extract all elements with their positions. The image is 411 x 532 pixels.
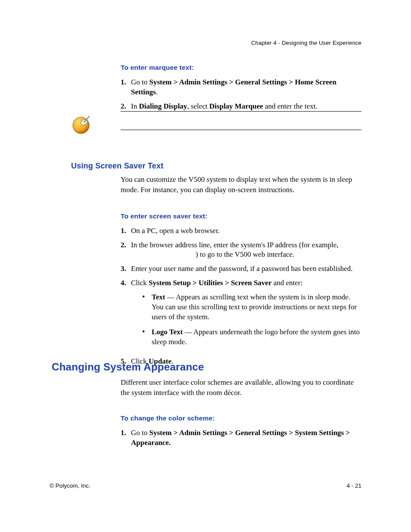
appearance-body: Different user interface color schemes a… — [121, 377, 361, 452]
marquee-steps: 1. Go to System > Admin Settings > Gener… — [121, 78, 361, 112]
step-text: Go to System > Admin Settings > General … — [131, 78, 361, 97]
step-number: 2. — [121, 102, 131, 112]
step-number: 2. — [121, 240, 131, 260]
step-number: 1. — [121, 78, 131, 97]
screensaver-body: You can customize the V500 system to dis… — [121, 174, 361, 371]
step-number: 1. — [121, 428, 131, 448]
note-rule-lines — [121, 111, 361, 130]
running-header: Chapter 4 - Designing the User Experienc… — [251, 40, 361, 46]
screensaver-bullets: • Text — Appears as scrolling text when … — [142, 292, 361, 347]
section-screensaver: Using Screen Saver Text — [71, 162, 361, 171]
step-text: In the browser address line, enter the s… — [131, 240, 361, 260]
bullet-text: Logo Text — Appears underneath the logo … — [152, 327, 361, 347]
step-text: Enter your user name and the password, i… — [131, 264, 361, 274]
list-item: 1. On a PC, open a web browser. — [121, 226, 361, 236]
paragraph: Different user interface color schemes a… — [121, 377, 361, 398]
step-text: In Dialing Display, select Display Marqu… — [131, 102, 361, 112]
list-item: 1. Go to System > Admin Settings > Gener… — [121, 428, 361, 448]
list-item: 4. Click System Setup > Utilities > Scre… — [121, 278, 361, 352]
list-item: 2. In the browser address line, enter th… — [121, 240, 361, 260]
page-footer: © Polycom, Inc. 4 - 21 — [50, 482, 361, 489]
list-item: 2. In Dialing Display, select Display Ma… — [121, 102, 361, 112]
svg-point-3 — [88, 115, 90, 117]
list-item: • Text — Appears as scrolling text when … — [142, 292, 361, 322]
heading-appearance: Changing System Appearance — [52, 361, 361, 373]
footer-page-number: 4 - 21 — [346, 482, 361, 489]
list-item: 3. Enter your user name and the password… — [121, 264, 361, 274]
screensaver-steps: 1. On a PC, open a web browser. 2. In th… — [121, 226, 361, 367]
section-marquee: To enter marquee text: 1. Go to System >… — [121, 64, 361, 116]
bullet-icon: • — [142, 292, 152, 322]
step-number: 4. — [121, 278, 131, 352]
task-heading-appearance: To change the color scheme: — [121, 414, 361, 422]
step-text: On a PC, open a web browser. — [131, 226, 361, 236]
task-heading-screensaver: To enter screen saver text: — [121, 212, 361, 220]
step-text: Go to System > Admin Settings > General … — [131, 428, 361, 448]
step-number: 1. — [121, 226, 131, 236]
subheading-screensaver: Using Screen Saver Text — [71, 162, 361, 171]
step-text: Click System Setup > Utilities > Screen … — [131, 278, 361, 352]
list-item: • Logo Text — Appears underneath the log… — [142, 327, 361, 347]
bullet-text: Text — Appears as scrolling text when th… — [152, 292, 361, 322]
step-number: 3. — [121, 264, 131, 274]
note-pin-icon — [71, 114, 93, 135]
task-heading-marquee: To enter marquee text: — [121, 64, 361, 72]
appearance-steps: 1. Go to System > Admin Settings > Gener… — [121, 428, 361, 448]
section-appearance: Changing System Appearance — [52, 361, 361, 373]
bullet-icon: • — [142, 327, 152, 347]
page: Chapter 4 - Designing the User Experienc… — [0, 0, 411, 532]
paragraph: You can customize the V500 system to dis… — [121, 174, 361, 195]
note-block — [71, 111, 361, 130]
footer-copyright: © Polycom, Inc. — [50, 482, 90, 489]
list-item: 1. Go to System > Admin Settings > Gener… — [121, 78, 361, 97]
